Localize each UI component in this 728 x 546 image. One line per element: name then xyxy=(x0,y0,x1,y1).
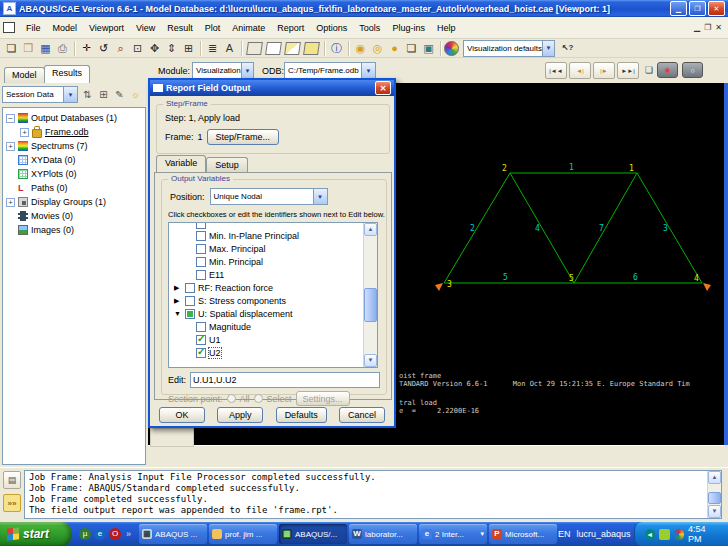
chevron-down-icon[interactable]: ▼ xyxy=(313,189,327,204)
menu-file[interactable]: File xyxy=(20,21,47,35)
taskbar-task-prof-jim[interactable]: prof. jim ... xyxy=(209,524,277,544)
menu-help[interactable]: Help xyxy=(431,21,462,35)
tree-item-spectrums-7[interactable]: +Spectrums (7) xyxy=(3,139,145,153)
variable-row-min-in-plane-principal[interactable]: Min. In-Plane Principal xyxy=(169,229,364,242)
render-shaded-icon[interactable] xyxy=(284,42,301,55)
child-minimize-icon[interactable]: ▁ xyxy=(694,23,700,32)
tree-item-xyplots-0[interactable]: XYPlots (0) xyxy=(3,167,145,181)
menu-plot[interactable]: Plot xyxy=(199,21,227,35)
restore-button[interactable]: ❐ xyxy=(689,1,706,16)
menu-viewport[interactable]: Viewport xyxy=(83,21,130,35)
next-frame-button[interactable]: |► xyxy=(593,62,615,79)
taskbar-task-microsoft[interactable]: PMicrosoft... xyxy=(489,524,557,544)
variable-row-s-stress-components[interactable]: ▶S: Stress components xyxy=(169,294,364,307)
menu-result[interactable]: Result xyxy=(161,21,199,35)
menu-report[interactable]: Report xyxy=(271,21,310,35)
shade-icon[interactable]: ● xyxy=(386,40,403,56)
edit-input[interactable] xyxy=(190,372,380,388)
message-log-button[interactable]: ▤ xyxy=(3,471,21,489)
tree-item-display-groups-1[interactable]: +Display Groups (1) xyxy=(3,195,145,209)
variable-row-magnitude[interactable]: Magnitude xyxy=(169,320,364,333)
apply-button[interactable]: Apply xyxy=(217,407,263,423)
record-animation-icon[interactable]: ◉ xyxy=(657,62,678,78)
tray-icon-2[interactable] xyxy=(659,529,669,540)
viewport-tile-icon[interactable]: ❏ xyxy=(403,40,420,56)
perspective-on-icon[interactable]: ◉ xyxy=(352,40,369,56)
minimize-button[interactable]: ▁ xyxy=(670,1,687,16)
tab-model[interactable]: Model xyxy=(4,67,45,83)
perspective-off-icon[interactable]: ◎ xyxy=(369,40,386,56)
tree-item-images-0[interactable]: Images (0) xyxy=(3,223,145,237)
command-line-button[interactable]: »» xyxy=(3,494,21,512)
visualization-defaults-combo[interactable]: Visualization defaults ▼ xyxy=(463,40,555,57)
variable-row-min-principal[interactable]: Min. Principal xyxy=(169,255,364,268)
tree-item-movies-0[interactable]: Movies (0) xyxy=(3,209,145,223)
dialog-titlebar[interactable]: Report Field Output ✕ xyxy=(150,80,394,96)
minus-expander-icon[interactable]: − xyxy=(6,114,15,123)
tray-icon-3[interactable] xyxy=(674,529,684,540)
expand-arrow-icon[interactable]: ▶ xyxy=(174,284,182,292)
magnify-view-icon[interactable]: ⌕ xyxy=(112,40,129,56)
checkbox-max-principal[interactable] xyxy=(196,244,206,254)
variable-row-max-principal[interactable]: Max. Principal xyxy=(169,242,364,255)
checkbox-min-principal[interactable] xyxy=(196,257,206,267)
scrollbar-thumb[interactable] xyxy=(364,288,377,322)
cycle-views-icon[interactable]: ⇕ xyxy=(163,40,180,56)
chevron-down-icon[interactable]: ▼ xyxy=(241,63,253,78)
checkbox-u-spatial-displacement[interactable] xyxy=(185,309,195,319)
list-scrollbar[interactable]: ▲ ▼ xyxy=(363,223,377,367)
scroll-up-icon[interactable]: ▲ xyxy=(708,471,721,484)
collapse-arrow-icon[interactable]: ▼ xyxy=(174,310,182,317)
position-combo[interactable]: Unique Nodal ▼ xyxy=(210,188,328,205)
clock[interactable]: 4:54 PM xyxy=(688,524,720,544)
save-file-icon[interactable]: ▦ xyxy=(37,40,54,56)
taskbar-task-2-inter[interactable]: e2 Inter...▾ xyxy=(419,524,487,544)
tab-setup[interactable]: Setup xyxy=(206,157,248,172)
tree-lightbulb-icon[interactable]: ☼ xyxy=(129,89,142,100)
quicklaunch-icon-3[interactable]: O xyxy=(109,528,121,540)
menu-options[interactable]: Options xyxy=(310,21,353,35)
plus-expander-icon[interactable]: + xyxy=(6,198,15,207)
task-group-arrow-icon[interactable]: ▾ xyxy=(481,530,485,538)
odb-combo[interactable]: C:/Temp/Frame.odb ▼ xyxy=(284,62,376,79)
info-icon[interactable]: ⓘ xyxy=(328,40,345,56)
checkbox-rf-reaction-force[interactable] xyxy=(185,283,195,293)
tree-edit-icon[interactable]: ✎ xyxy=(113,89,126,100)
checkbox-e11[interactable] xyxy=(196,270,206,280)
child-close-icon[interactable]: ✕ xyxy=(715,23,722,32)
tab-variable[interactable]: Variable xyxy=(156,155,206,172)
previous-frame-button[interactable]: ◄| xyxy=(569,62,591,79)
checkbox-magnitude[interactable] xyxy=(196,322,206,332)
scroll-down-icon[interactable]: ▼ xyxy=(364,354,377,367)
animation-options-icon[interactable]: ❏ xyxy=(645,65,653,75)
tray-icon-1[interactable]: ◄ xyxy=(645,529,655,540)
step-frame-button[interactable]: Step/Frame... xyxy=(207,129,280,145)
session-data-combo[interactable]: Session Data ▼ xyxy=(2,86,78,103)
print-icon[interactable]: ⎙ xyxy=(54,40,71,56)
monitor-icon[interactable]: ▣ xyxy=(420,40,437,56)
color-code-palette-icon[interactable] xyxy=(444,41,459,56)
close-button[interactable]: ✕ xyxy=(708,1,725,16)
tree-item-frame-odb[interactable]: +Frame.odb xyxy=(3,125,145,139)
menu-plug-ins[interactable]: Plug-ins xyxy=(386,21,431,35)
expand-arrow-icon[interactable]: ▶ xyxy=(174,297,182,305)
menu-view[interactable]: View xyxy=(130,21,161,35)
taskbar-task-abaqus[interactable]: ▦ABAQUS/... xyxy=(279,524,347,544)
taskbar-task-abaqus[interactable]: ▦ABAQUS ... xyxy=(139,524,207,544)
variable-row-e11[interactable]: E11 xyxy=(169,268,364,281)
chevron-down-icon[interactable]: ▼ xyxy=(542,41,554,56)
variable-row-u1[interactable]: U1 xyxy=(169,333,364,346)
render-filled-icon[interactable] xyxy=(303,42,320,55)
language-indicator[interactable]: EN xyxy=(558,529,571,539)
scrollbar-thumb[interactable] xyxy=(708,492,721,504)
ok-button[interactable]: OK xyxy=(159,407,205,423)
taskbar-task-laborator[interactable]: Wlaborator... xyxy=(349,524,417,544)
defaults-button[interactable]: Defaults xyxy=(276,407,327,423)
specify-view-icon[interactable]: ⊞ xyxy=(180,40,197,56)
checkbox-min-in-plane-principal[interactable] xyxy=(196,231,206,241)
checkbox-u1[interactable] xyxy=(196,335,206,345)
dialog-close-button[interactable]: ✕ xyxy=(375,81,391,95)
context-help-icon[interactable]: ↖? xyxy=(559,40,576,56)
scroll-up-icon[interactable]: ▲ xyxy=(364,223,377,236)
mdi-child-icon[interactable] xyxy=(3,22,15,33)
